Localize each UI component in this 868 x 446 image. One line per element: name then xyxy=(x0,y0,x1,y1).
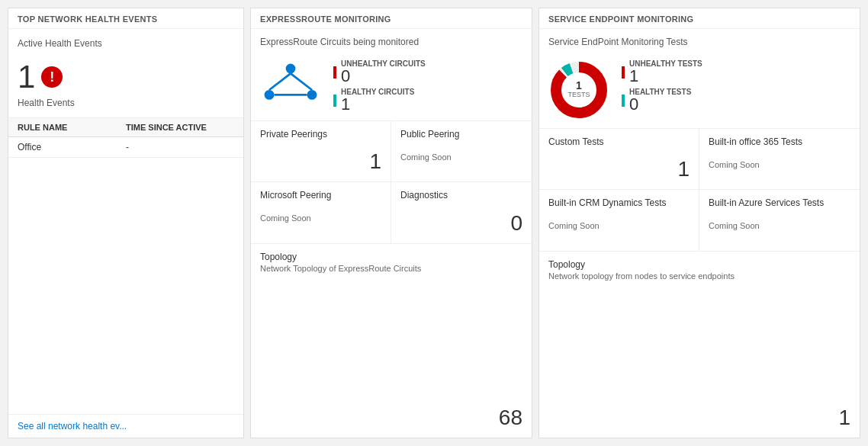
public-peering-cell[interactable]: Public Peering Coming Soon xyxy=(391,121,532,182)
microsoft-peering-title: Microsoft Peering xyxy=(260,190,381,201)
svg-point-2 xyxy=(307,90,317,100)
service-healthy-value: 0 xyxy=(629,96,691,113)
donut-chart: 1 TESTS xyxy=(548,59,609,120)
left-panel: TOP NETWORK HEALTH EVENTS Active Health … xyxy=(8,8,244,438)
custom-tests-title: Custom Tests xyxy=(548,136,690,147)
middle-topology[interactable]: Topology Network Topology of ExpressRout… xyxy=(251,244,532,438)
service-unhealthy-value: 1 xyxy=(629,68,702,85)
middle-topology-subtitle: Network Topology of ExpressRoute Circuit… xyxy=(260,264,522,273)
healthy-stat-row: HEALTHY CIRCUITS 1 xyxy=(333,88,426,113)
custom-tests-value: 1 xyxy=(548,157,690,181)
healthy-label: HEALTHY CIRCUITS xyxy=(341,88,414,96)
public-peering-title: Public Peering xyxy=(400,129,522,140)
middle-topology-title: Topology xyxy=(260,252,522,262)
right-topology-title: Topology xyxy=(548,259,850,270)
right-topology-value: 1 xyxy=(548,406,850,430)
middle-topology-value: 68 xyxy=(260,406,522,430)
healthy-value: 1 xyxy=(341,96,414,113)
network-icon xyxy=(260,59,321,107)
builtin-o365-title: Built-in office 365 Tests xyxy=(709,136,850,147)
right-panel-header: SERVICE ENDPOINT MONITORING xyxy=(539,8,860,29)
health-label: Health Events xyxy=(18,98,234,108)
service-top: Service EndPoint Monitoring Tests 1 xyxy=(539,29,860,129)
microsoft-peering-subtitle: Coming Soon xyxy=(260,213,381,223)
expressroute-subtitle: ExpressRoute Circuits being monitored xyxy=(260,37,426,47)
healthy-bar xyxy=(333,95,336,107)
svg-point-1 xyxy=(265,90,275,100)
left-panel-header: TOP NETWORK HEALTH EVENTS xyxy=(8,8,243,29)
right-topology[interactable]: Topology Network topology from nodes to … xyxy=(539,252,860,438)
health-events-section: Active Health Events 1 ! Health Events xyxy=(8,29,243,118)
table-row: Office - xyxy=(8,137,243,158)
right-topology-subtitle: Network topology from nodes to service e… xyxy=(548,271,850,281)
azure-services-title: Built-in Azure Services Tests xyxy=(709,197,850,208)
middle-panel: EXPRESSROUTE MONITORING ExpressRoute Cir… xyxy=(250,8,532,438)
right-panel: SERVICE ENDPOINT MONITORING Service EndP… xyxy=(538,8,860,438)
svg-point-0 xyxy=(286,64,296,74)
service-unhealthy-row: UNHEALTHY TESTS 1 xyxy=(622,59,702,85)
private-peerings-title: Private Peerings xyxy=(260,129,381,140)
health-count-value: 1 xyxy=(18,61,35,93)
events-table-header: RULE NAME TIME SINCE ACTIVE xyxy=(8,118,243,137)
service-unhealthy-label: UNHEALTHY TESTS xyxy=(629,59,702,68)
diagnostics-value: 0 xyxy=(400,211,522,236)
service-subtitle: Service EndPoint Monitoring Tests xyxy=(548,37,850,47)
svg-line-3 xyxy=(269,73,291,90)
public-peering-subtitle: Coming Soon xyxy=(400,152,522,162)
alert-icon: ! xyxy=(41,66,63,88)
middle-panel-header: EXPRESSROUTE MONITORING xyxy=(251,8,532,29)
service-unhealthy-bar xyxy=(622,66,625,79)
private-peerings-cell[interactable]: Private Peerings 1 xyxy=(251,121,391,182)
right-grid: Custom Tests 1 Built-in office 365 Tests… xyxy=(539,129,860,252)
donut-value: 1 xyxy=(576,79,582,91)
builtin-o365-cell[interactable]: Built-in office 365 Tests Coming Soon xyxy=(699,129,860,190)
health-count-row: 1 ! xyxy=(18,61,234,93)
donut-tests-label: TESTS xyxy=(567,92,590,100)
expressroute-top: ExpressRoute Circuits being monitored xyxy=(251,29,532,121)
unhealthy-stat-row: UNHEALTHY CIRCUITS 0 xyxy=(333,59,426,85)
panel-footer: See all network health ev... xyxy=(8,414,243,438)
builtin-o365-subtitle: Coming Soon xyxy=(709,160,850,169)
events-table: RULE NAME TIME SINCE ACTIVE Office - xyxy=(8,118,243,414)
donut-label: 1 TESTS xyxy=(567,80,590,99)
service-healthy-bar xyxy=(622,95,625,107)
crm-dynamics-title: Built-in CRM Dynamics Tests xyxy=(548,197,690,208)
unhealthy-value: 0 xyxy=(341,68,426,85)
private-peerings-value: 1 xyxy=(260,149,381,174)
col-time-header: TIME SINCE ACTIVE xyxy=(126,123,234,132)
see-all-link[interactable]: See all network health ev... xyxy=(18,421,127,432)
time-cell: - xyxy=(126,142,234,152)
circuit-stats: UNHEALTHY CIRCUITS 0 HEALTHY CIRCUITS 1 xyxy=(333,59,426,113)
diagnostics-title: Diagnostics xyxy=(400,190,522,201)
custom-tests-cell[interactable]: Custom Tests 1 xyxy=(539,129,699,190)
service-healthy-row: HEALTHY TESTS 0 xyxy=(622,88,702,113)
health-events-subtitle: Active Health Events xyxy=(18,38,234,49)
svg-line-4 xyxy=(291,73,312,90)
azure-services-subtitle: Coming Soon xyxy=(709,221,850,230)
unhealthy-label: UNHEALTHY CIRCUITS xyxy=(341,59,426,68)
crm-dynamics-cell[interactable]: Built-in CRM Dynamics Tests Coming Soon xyxy=(539,190,699,251)
middle-grid: Private Peerings 1 Public Peering Coming… xyxy=(251,121,532,244)
microsoft-peering-cell[interactable]: Microsoft Peering Coming Soon xyxy=(251,182,391,243)
crm-dynamics-subtitle: Coming Soon xyxy=(548,221,690,230)
col-rule-header: RULE NAME xyxy=(18,123,126,132)
service-stats: UNHEALTHY TESTS 1 HEALTHY TESTS 0 xyxy=(622,59,702,113)
unhealthy-bar xyxy=(333,66,336,79)
azure-services-cell[interactable]: Built-in Azure Services Tests Coming Soo… xyxy=(699,190,860,251)
diagnostics-cell[interactable]: Diagnostics 0 xyxy=(391,182,532,243)
service-healthy-label: HEALTHY TESTS xyxy=(629,88,691,96)
rule-cell: Office xyxy=(18,142,126,152)
